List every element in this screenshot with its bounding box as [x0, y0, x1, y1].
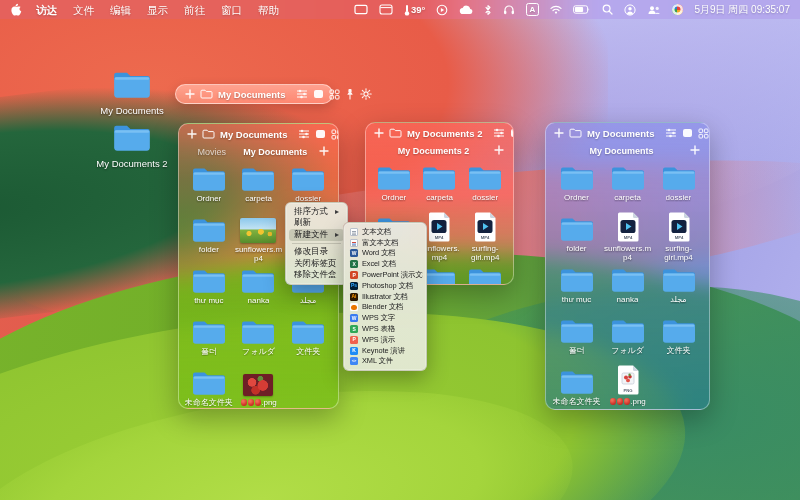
new-file-type-item[interactable]: PWPS 演示 — [347, 334, 423, 345]
panel-mid-display-mode-button[interactable] — [510, 128, 515, 138]
panel-right-view-options-button[interactable] — [665, 128, 677, 138]
minibar-icon-grid-button[interactable] — [329, 89, 340, 100]
folder-item[interactable]: 未命名文件夹 — [551, 364, 602, 410]
battery-icon[interactable] — [567, 0, 596, 19]
cloud-icon[interactable] — [453, 0, 478, 19]
panel-left-view-options-button[interactable] — [298, 129, 310, 139]
context-menu-item[interactable]: 新建文件▸ — [289, 229, 344, 241]
tab-my-documents[interactable]: My Documents — [243, 147, 307, 157]
file-item[interactable]: MP4surfing-girl.mp4 — [653, 211, 704, 262]
folder-item[interactable]: nanka — [234, 263, 284, 314]
new-file-type-item[interactable]: KKeynote 演讲 — [347, 345, 423, 356]
input-source-icon[interactable]: A — [520, 0, 544, 19]
new-file-type-item[interactable]: <>XML 文件 — [347, 356, 423, 367]
new-file-type-item[interactable]: PPowerPoint 演示文稿 — [347, 270, 423, 281]
users-icon[interactable] — [641, 0, 666, 19]
panel-mid-add-button[interactable] — [374, 128, 384, 138]
app-dot-icon[interactable] — [666, 0, 688, 19]
file-item[interactable]: MP4surfing-girl.mp4 — [462, 211, 508, 262]
folder-item[interactable]: dossier — [653, 160, 704, 211]
folder-item[interactable]: folder — [184, 212, 234, 263]
new-file-type-item[interactable]: SWPS 表格 — [347, 324, 423, 335]
new-file-type-item[interactable]: WWPS 文字 — [347, 313, 423, 324]
folder-item[interactable]: フォルダ — [602, 313, 653, 364]
folder-item[interactable]: nanka — [602, 262, 653, 313]
new-file-type-item[interactable]: WWord 文档 — [347, 248, 423, 259]
folder-item[interactable]: مجلد — [653, 262, 704, 313]
new-file-type-item[interactable]: 文本文档 — [347, 227, 423, 238]
menubar-menu-5[interactable]: 前往 — [176, 4, 213, 16]
panel-right-add-button[interactable] — [554, 128, 564, 138]
new-file-type-item[interactable]: XExcel 文档 — [347, 259, 423, 270]
menubar-menu-6[interactable]: 窗口 — [213, 4, 250, 16]
folder-item[interactable]: 未命名文件夹 — [184, 365, 234, 409]
minibar-display-mode-button[interactable] — [313, 89, 324, 99]
file-item[interactable]: MP4sunflowers.mp4 — [602, 211, 653, 262]
menubar-menu-7[interactable]: 帮助 — [250, 4, 287, 16]
new-file-type-item[interactable]: 富文本文档 — [347, 237, 423, 248]
minibar-settings-button[interactable] — [360, 88, 372, 100]
bluetooth-icon[interactable] — [478, 0, 497, 19]
desktop-icon[interactable] — [373, 0, 398, 19]
panel-left-display-mode-button[interactable] — [315, 129, 326, 139]
new-tab-button[interactable] — [690, 145, 700, 155]
new-tab-button[interactable] — [494, 145, 504, 155]
folder-item[interactable]: carpeta — [417, 160, 463, 211]
panel-left-icon-grid-button[interactable] — [331, 129, 339, 140]
menubar-menu-2[interactable]: 文件 — [65, 4, 102, 16]
folder-item[interactable]: folder — [551, 211, 602, 262]
search-icon[interactable] — [596, 0, 618, 19]
new-file-type-item[interactable]: AiIllustrator 文档 — [347, 291, 423, 302]
play-circle-icon[interactable] — [430, 0, 453, 19]
new-file-type-item[interactable]: PsPhotoshop 文档 — [347, 280, 423, 291]
screen-mirroring-icon[interactable] — [348, 0, 373, 19]
context-menu-item[interactable]: 修改目录 — [289, 247, 344, 259]
folder-item[interactable]: Ordner — [371, 160, 417, 211]
folder-item[interactable]: 文件夹 — [283, 314, 333, 365]
tab-movies[interactable]: Movies — [198, 147, 227, 157]
context-menu: 排序方式▸刷新新建文件▸修改目录关闭标签页移除文件盒 — [285, 202, 348, 285]
panel-mid-view-options-button[interactable] — [493, 128, 505, 138]
headphones-icon[interactable] — [497, 0, 520, 19]
context-menu-item[interactable]: 移除文件盒 — [289, 270, 344, 282]
apple-menu-icon[interactable] — [10, 3, 22, 17]
tab-my-documents[interactable]: My Documents — [589, 146, 653, 156]
folder-item[interactable]: Ordner — [551, 160, 602, 211]
new-tab-button[interactable] — [319, 146, 329, 156]
folder-item[interactable]: carpeta — [234, 161, 284, 212]
folder-icon — [113, 123, 151, 156]
tab-my-documents-2[interactable]: My Documents 2 — [398, 146, 470, 156]
minibar-view-options-button[interactable] — [296, 89, 308, 99]
panel-left-add-button[interactable] — [187, 129, 197, 139]
file-item[interactable]: sunflowers.mp4 — [234, 212, 284, 263]
desktop-folder-1[interactable]: My Documents — [103, 70, 161, 116]
context-menu-item[interactable]: 排序方式▸ — [289, 206, 344, 218]
folder-item[interactable]: Ordner — [184, 161, 234, 212]
file-item[interactable]: .png — [234, 365, 284, 409]
minibar-pin-button[interactable] — [345, 88, 355, 100]
folder-item[interactable]: フォルダ — [234, 314, 284, 365]
file-item[interactable]: PNG.png — [602, 364, 653, 410]
panel-right-display-mode-button[interactable] — [682, 128, 693, 138]
minibar-add-button[interactable] — [185, 89, 195, 99]
folder-item[interactable]: thư mục — [551, 262, 602, 313]
menubar-menu-4[interactable]: 显示 — [139, 4, 176, 16]
folder-item[interactable]: 文件夹 — [653, 313, 704, 364]
folder-item[interactable]: 폴더 — [184, 314, 234, 365]
folder-item[interactable]: dossier — [462, 160, 508, 211]
account-icon[interactable] — [618, 0, 641, 19]
folder-item[interactable]: thư mục — [184, 263, 234, 314]
menubar-menu-1[interactable]: 访达 — [28, 4, 65, 16]
new-file-type-item[interactable]: Blender 文档 — [347, 302, 423, 313]
context-menu-item[interactable]: 刷新 — [289, 218, 344, 230]
collapsed-filebox-toolbar[interactable]: My Documents — [175, 84, 333, 104]
context-menu-item[interactable]: 关闭标签页 — [289, 258, 344, 270]
menubar-menu-3[interactable]: 编辑 — [102, 4, 139, 16]
panel-right-icon-grid-button[interactable] — [698, 128, 709, 139]
folder-item[interactable]: 폴더 — [551, 313, 602, 364]
folder-item[interactable] — [462, 262, 508, 285]
wifi-icon[interactable] — [544, 0, 567, 19]
folder-item[interactable]: carpeta — [602, 160, 653, 211]
menu-bar-clock[interactable]: 5月9日 周四 09:35:07 — [688, 3, 800, 17]
desktop-folder-2[interactable]: My Documents 2 — [103, 123, 161, 169]
